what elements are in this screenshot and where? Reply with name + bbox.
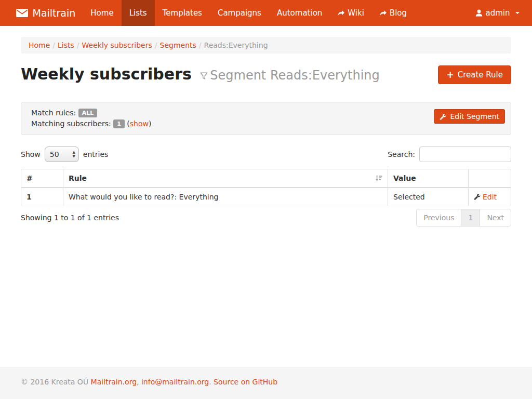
entries-select[interactable]: 50 — [45, 147, 79, 162]
breadcrumb-lists[interactable]: Lists — [58, 41, 74, 49]
nav-item-label: Blog — [390, 8, 407, 18]
header-rule-label: Rule — [69, 174, 87, 182]
pagination: Previous 1 Next — [416, 209, 511, 227]
page-title-text: Weekly subscribers — [21, 65, 192, 83]
row-rule-cell: What would you like to read?: Everything — [63, 188, 388, 206]
page-header: Weekly subscribers Segment Reads:Everyth… — [21, 64, 511, 86]
matching-subscribers-line: Matching subscribers: 1 (show) — [31, 118, 501, 129]
footer-email-link[interactable]: info@mailtrain.org — [141, 378, 209, 386]
pagination-next[interactable]: Next — [480, 209, 511, 227]
footer-mailtrain-link[interactable]: Mailtrain.org — [91, 378, 137, 386]
header-value-label: Value — [393, 174, 416, 182]
edit-rule-link[interactable]: Edit — [483, 193, 497, 201]
rules-table: # Rule Value 1 What would you like to re… — [21, 169, 511, 206]
search-label: Search: — [388, 150, 415, 158]
match-rules-label: Match rules: — [31, 109, 76, 117]
nav-item-lists[interactable]: Lists — [122, 0, 155, 26]
breadcrumb-separator: / — [196, 41, 204, 49]
navbar: Mailtrain Home Lists Templates Campaigns… — [0, 0, 532, 26]
brand-link[interactable]: Mailtrain — [5, 0, 83, 26]
breadcrumb: Home/Lists/Weekly subscribers/Segments/R… — [21, 37, 511, 54]
header-num[interactable]: # — [21, 169, 63, 188]
funnel-icon — [200, 72, 208, 80]
page-subtitle: Segment Reads:Everything — [200, 68, 379, 83]
nav-item-label: Automation — [277, 8, 322, 18]
wrench-icon — [474, 193, 481, 200]
create-rule-label: Create Rule — [458, 70, 503, 79]
footer-separator: . — [209, 378, 211, 386]
user-name: admin — [486, 8, 510, 18]
table-info: Showing 1 to 1 of 1 entries — [21, 214, 119, 222]
table-footer: Showing 1 to 1 of 1 entries Previous 1 N… — [21, 209, 511, 227]
matching-subscribers-label: Matching subscribers: — [31, 119, 111, 128]
pagination-page-1[interactable]: 1 — [461, 209, 480, 227]
footer-github-link[interactable]: Source on GitHub — [214, 378, 277, 386]
nav-item-label: Lists — [129, 8, 147, 18]
nav-item-automation[interactable]: Automation — [269, 0, 330, 26]
header-rule[interactable]: Rule — [63, 169, 388, 188]
wrench-icon — [440, 113, 446, 120]
match-rules-badge: ALL — [78, 109, 98, 117]
table-row: 1 What would you like to read?: Everythi… — [21, 188, 511, 206]
nav-item-home[interactable]: Home — [83, 0, 121, 26]
show-label: Show — [21, 150, 41, 158]
nav-item-blog[interactable]: Blog — [372, 0, 415, 26]
plus-icon: + — [446, 71, 454, 78]
table-controls: Show 50 ▲▼ entries Search: — [21, 147, 511, 162]
user-icon — [475, 9, 483, 17]
create-rule-button[interactable]: + Create Rule — [438, 65, 511, 84]
paren: ) — [149, 119, 151, 128]
nav-item-label: Campaigns — [218, 8, 261, 18]
entries-label: entries — [83, 150, 109, 158]
row-value-cell: Selected — [388, 188, 469, 206]
breadcrumb-current: Reads:Everything — [204, 41, 268, 49]
row-num-cell: 1 — [21, 188, 63, 206]
edit-segment-label: Edit Segment — [450, 112, 499, 121]
header-action — [469, 169, 511, 188]
breadcrumb-separator: / — [50, 41, 58, 49]
pagination-previous[interactable]: Previous — [416, 209, 461, 227]
row-action-cell: Edit — [469, 188, 511, 206]
caret-down-icon — [515, 12, 520, 14]
footer-copyright: © 2016 Kreata OÜ — [21, 378, 88, 386]
footer-separator: , — [137, 378, 139, 386]
breadcrumb-weekly-subscribers[interactable]: Weekly subscribers — [82, 41, 152, 49]
breadcrumb-separator: / — [74, 41, 82, 49]
edit-segment-button[interactable]: Edit Segment — [434, 109, 505, 124]
breadcrumb-separator: / — [152, 41, 160, 49]
user-menu[interactable]: admin — [468, 8, 527, 18]
page-subtitle-text: Segment Reads:Everything — [210, 68, 379, 83]
breadcrumb-home[interactable]: Home — [29, 41, 50, 49]
match-rules-line: Match rules: ALL — [31, 108, 501, 118]
brand-label: Mailtrain — [33, 7, 76, 19]
footer: © 2016 Kreata OÜ Mailtrain.org, info@mai… — [0, 367, 532, 399]
matching-subscribers-badge: 1 — [113, 119, 125, 128]
nav-item-wiki[interactable]: Wiki — [330, 0, 372, 26]
nav-item-templates[interactable]: Templates — [155, 0, 210, 26]
share-arrow-icon — [338, 10, 344, 16]
show-link[interactable]: show — [130, 119, 149, 128]
table-header-row: # Rule Value — [21, 169, 511, 188]
nav-item-label: Templates — [163, 8, 202, 18]
sort-amount-icon — [375, 175, 382, 182]
nav-item-campaigns[interactable]: Campaigns — [210, 0, 269, 26]
nav-item-label: Wiki — [348, 8, 364, 18]
header-value[interactable]: Value — [388, 169, 469, 188]
page-title: Weekly subscribers Segment Reads:Everyth… — [21, 64, 380, 86]
header-num-label: # — [26, 174, 33, 182]
segment-summary-panel: Match rules: ALL Matching subscribers: 1… — [21, 102, 511, 135]
search-input[interactable] — [419, 147, 511, 162]
share-arrow-icon — [380, 10, 387, 16]
envelope-icon — [16, 9, 28, 17]
nav-item-label: Home — [90, 8, 113, 18]
breadcrumb-segments[interactable]: Segments — [160, 41, 196, 49]
